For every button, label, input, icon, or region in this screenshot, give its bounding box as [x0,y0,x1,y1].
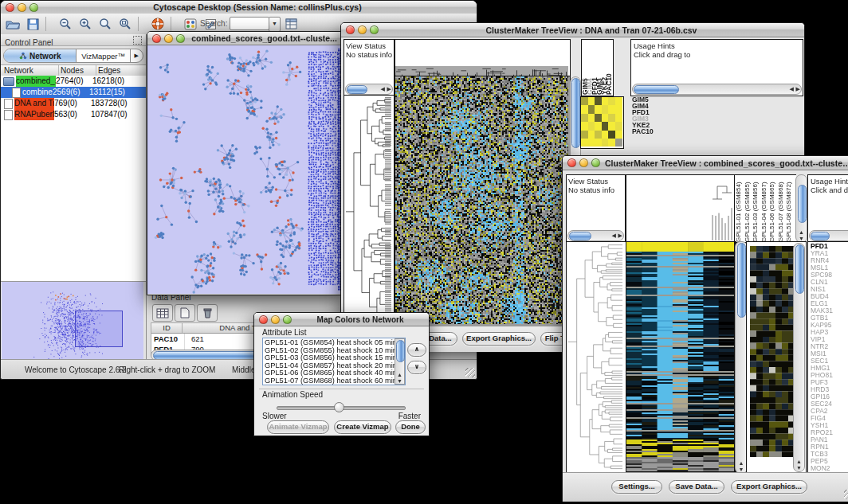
heatmap-column-label[interactable]: GPL51-07 (GSM868) [777,177,786,242]
zoom-in-icon[interactable] [77,16,94,32]
col-nodes[interactable]: Nodes [59,65,96,76]
minimize-button[interactable] [164,34,173,43]
settings-button[interactable]: Settings... [611,480,662,494]
network-canvas[interactable] [147,45,342,294]
create-vizmap-button[interactable]: Create Vizmap [334,420,391,434]
float-panel-icon[interactable] [133,36,142,45]
help-lifebuoy-icon[interactable] [149,16,167,32]
close-button[interactable] [6,3,14,12]
minimize-button[interactable] [358,25,367,34]
zoom-button[interactable] [176,34,185,43]
zoom-button[interactable] [370,25,379,34]
dialog-titlebar[interactable]: Map Colors to Network [254,313,429,326]
scroll-down-icon[interactable]: ▼ [397,378,402,384]
tv2-heatmap[interactable] [626,241,736,474]
zoom-selected-icon[interactable] [116,16,134,32]
close-button[interactable] [152,34,161,43]
heatmap-column-label[interactable]: GPL51-06 (GSM865) [768,177,777,242]
close-button[interactable] [259,315,268,324]
tv2-status-hscrollbar[interactable]: ◀ ▶ [567,230,624,241]
search-dropdown-button[interactable]: ▼ [269,17,281,32]
tv1-status-hscrollbar[interactable]: ◀ ▶ [345,84,393,95]
tv2-labels-vscrollbar[interactable]: ▲ ▼ [795,174,807,243]
resize-grip[interactable] [465,368,475,377]
delete-attribute-icon[interactable] [197,304,218,322]
scroll-left-icon[interactable]: ◀ [381,86,385,92]
tv2-hints-hscrollbar[interactable] [809,230,848,241]
dp-col-id[interactable]: ID [151,323,183,334]
scroll-right-icon[interactable]: ▶ [796,86,800,92]
move-up-button[interactable]: ∧ [407,343,426,357]
scroll-up-icon[interactable]: ▲ [796,459,802,464]
tv1-heatmap[interactable] [395,76,571,326]
attribute-list[interactable]: GPL51-01 (GSM854) heat shock 05 minGPL51… [262,338,406,385]
tv2-zoom-heatmap-panel[interactable]: ▲ ▼ [746,241,807,474]
scroll-right-icon[interactable]: ▶ [387,86,391,92]
tv1-row-dendrogram[interactable] [344,95,395,326]
gene-list-item[interactable]: MON2 [811,465,848,472]
tab-vizmapper[interactable]: VizMapper™ [77,49,130,62]
network-list-item[interactable]: combined_sco2569(6)13112(15) [1,87,146,98]
scroll-left-icon[interactable]: ◀ [612,232,616,238]
search-input[interactable] [230,17,269,30]
main-titlebar[interactable]: Cytoscape Desktop (Session Name: collins… [1,1,477,14]
resize-grip[interactable] [844,490,848,499]
minimize-button[interactable] [579,158,588,167]
tv1-hints-hscrollbar[interactable]: ◀ ▶ [632,84,802,95]
tv2-top-dendrogram-panel[interactable] [626,174,736,243]
heatmap-column-label[interactable]: GPL51-02 (GSM855) [744,177,752,242]
network-view-titlebar[interactable]: combined_scores_good.txt--cluste... [147,32,344,45]
heatmap-column-label[interactable]: GPL51-04 (GSM857) [760,177,769,242]
zoom-button[interactable] [283,315,292,324]
animate-vizmap-button[interactable]: Animate Vizmap [267,420,329,434]
export-graphics-button[interactable]: Export Graphics... [462,332,536,346]
zoom-button[interactable] [29,3,38,12]
treeview2-titlebar[interactable]: ClusterMaker TreeView : combined_scores_… [563,156,848,170]
move-down-button[interactable]: ∨ [407,361,426,374]
open-folder-icon[interactable] [4,16,22,32]
network-list-item[interactable]: DNA and Tran 07769(0)183728(0) [1,98,146,109]
zoom-button[interactable] [591,158,600,167]
export-graphics-button[interactable]: Export Graphics... [731,480,807,494]
heatmap-column-label[interactable]: GPL51-03 (GSM856) [752,177,760,242]
scroll-left-icon[interactable]: ◀ [790,86,794,92]
matrix-row-label[interactable]: PAC10 [632,128,680,135]
treeview1-titlebar[interactable]: ClusterMaker TreeView : DNA and Tran 07-… [341,23,804,37]
heatmap-column-label[interactable]: GPL51-01 (GSM854) [735,177,744,242]
attribute-table-icon[interactable] [283,16,300,32]
tv1-zoom-matrix[interactable] [580,96,624,149]
heatmap-column-label[interactable]: GPL51-08 (GSM872) [785,177,794,242]
network-list-item[interactable]: combined_scores2764(0)16218(0) [1,76,146,87]
attribute-list-vscrollbar[interactable]: ▲ ▼ [395,338,405,385]
scroll-right-icon[interactable]: ▶ [618,232,622,238]
close-button[interactable] [346,25,355,34]
zoom-fit-icon[interactable] [96,16,114,32]
new-attribute-icon[interactable] [175,304,195,322]
col-edges[interactable]: Edges [96,65,146,76]
network-list-item[interactable]: RNAPuberNov2+563(0)107847(0) [1,109,146,120]
scroll-up-icon[interactable]: ▲ [397,372,402,377]
minimize-button[interactable] [18,3,26,12]
attribute-select-icon[interactable] [152,304,173,322]
tab-network[interactable]: Network [4,49,77,62]
minimize-button[interactable] [271,315,280,324]
save-icon[interactable] [24,16,41,32]
zoom-out-icon[interactable] [57,16,74,32]
col-network[interactable]: Network [1,65,59,76]
vizmap-palette-icon[interactable] [182,16,199,32]
scroll-down-icon[interactable]: ▼ [799,236,804,241]
scroll-up-icon[interactable]: ▲ [799,229,804,235]
tab-overflow[interactable]: ▶ [131,49,143,62]
scroll-up-icon[interactable]: ▲ [739,460,744,466]
matrix-column-label[interactable]: PAC10 [607,44,611,95]
close-button[interactable] [567,158,576,167]
slider-thumb[interactable] [334,402,344,412]
scroll-down-icon[interactable]: ▼ [739,467,744,472]
save-data-button[interactable]: Save Data... [669,480,724,494]
animation-speed-slider[interactable] [277,402,404,412]
tv2-zoom-vscrollbar[interactable]: ▲ ▼ [793,243,805,472]
attribute-list-item[interactable]: GPL51-07 (GSM868) heat shock 60 min [265,377,405,385]
scroll-down-icon[interactable]: ▼ [796,465,802,471]
birdseye-view[interactable] [2,282,143,364]
tv2-row-dendrogram[interactable] [566,241,626,474]
